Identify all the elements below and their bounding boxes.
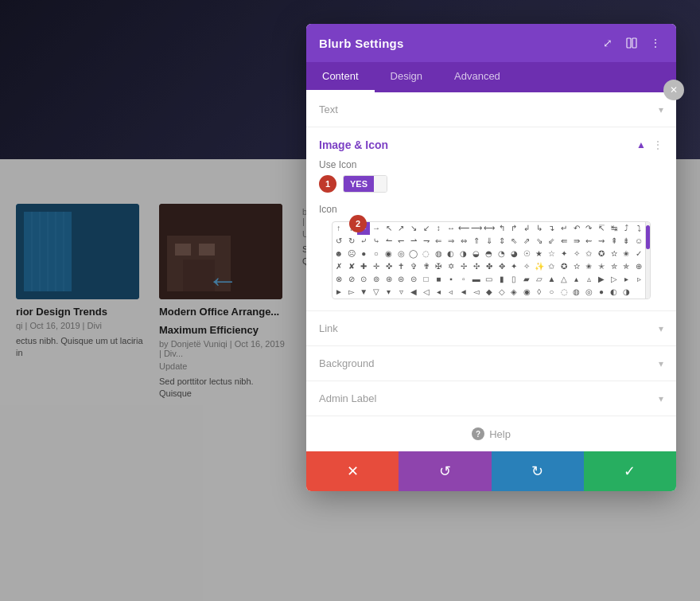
icon-cell-59[interactable]: ◐: [445, 248, 457, 260]
icon-cell-8[interactable]: ↕: [432, 222, 445, 235]
icon-cell-112[interactable]: ▭: [483, 273, 496, 286]
icon-cell-91[interactable]: ✨: [533, 260, 546, 273]
icon-cell-26[interactable]: ↻: [345, 235, 358, 248]
toggle-yes[interactable]: YES: [344, 176, 374, 192]
icon-cell-13[interactable]: ↰: [496, 222, 508, 235]
icon-scrollbar[interactable]: [645, 222, 650, 299]
icon-cell-33[interactable]: ⇐: [432, 235, 445, 248]
icon-cell-45[interactable]: ⇜: [583, 235, 596, 248]
icon-cell-62[interactable]: ◓: [483, 248, 496, 260]
icon-cell-99[interactable]: ⊕: [632, 260, 645, 273]
icon-cell-10[interactable]: ⟵: [457, 222, 470, 235]
tab-content[interactable]: Content: [306, 62, 375, 92]
icon-cell-146[interactable]: ●: [595, 286, 608, 299]
icon-cell-47[interactable]: ⇞: [608, 235, 620, 248]
icon-cell-95[interactable]: ✬: [583, 260, 596, 273]
tab-advanced[interactable]: Advanced: [438, 62, 516, 92]
icon-cell-5[interactable]: ↗: [395, 222, 407, 235]
icon-cell-58[interactable]: ◍: [432, 248, 445, 260]
icon-cell-122[interactable]: ▷: [608, 273, 620, 286]
icon-cell-73[interactable]: ✬: [620, 248, 633, 260]
icon-cell-66[interactable]: ★: [533, 248, 546, 260]
icon-cell-12[interactable]: ⟷: [483, 222, 496, 235]
icon-cell-137[interactable]: ◆: [483, 286, 496, 299]
icon-cell-89[interactable]: ✦: [508, 260, 520, 273]
icon-cell-68[interactable]: ✦: [558, 248, 570, 260]
icon-cell-106[interactable]: ⊝: [407, 273, 420, 286]
icon-cell-63[interactable]: ◔: [496, 248, 508, 260]
icon-cell-50[interactable]: ☻: [332, 248, 345, 260]
icon-cell-4[interactable]: ↖: [383, 222, 395, 235]
undo-button[interactable]: ↺: [399, 451, 491, 491]
icon-cell-77[interactable]: ✚: [357, 260, 370, 273]
icon-cell-82[interactable]: ✟: [420, 260, 433, 273]
icon-cell-148[interactable]: ◑: [620, 286, 633, 299]
icon-cell-85[interactable]: ✢: [457, 260, 470, 273]
icon-cell-28[interactable]: ⤷: [370, 235, 383, 248]
background-section-row[interactable]: Background ▾: [306, 346, 676, 381]
icon-cell-78[interactable]: ✛: [370, 260, 383, 273]
icon-cell-132[interactable]: ◁: [420, 286, 433, 299]
icon-cell-102[interactable]: ⊙: [357, 273, 370, 286]
icon-cell-46[interactable]: ⇝: [595, 235, 608, 248]
icon-cell-42[interactable]: ⇙: [546, 235, 558, 248]
icon-cell-116[interactable]: ▱: [533, 273, 546, 286]
icon-cell-48[interactable]: ⇟: [620, 235, 633, 248]
icon-cell-136[interactable]: ◅: [470, 286, 483, 299]
icon-cell-139[interactable]: ◈: [508, 286, 520, 299]
icon-cell-128[interactable]: ▽: [370, 286, 383, 299]
icon-cell-29[interactable]: ↼: [383, 235, 395, 248]
icon-cell-100[interactable]: ⊗: [332, 273, 345, 286]
icon-cell-123[interactable]: ▸: [620, 273, 633, 286]
icon-cell-108[interactable]: ■: [432, 273, 445, 286]
icon-cell-115[interactable]: ▰: [520, 273, 533, 286]
icon-cell-6[interactable]: ↘: [407, 222, 420, 235]
icon-cell-3[interactable]: →: [370, 222, 383, 235]
icon-cell-20[interactable]: ↷: [583, 222, 596, 235]
cancel-button[interactable]: ✕: [306, 451, 399, 491]
icon-cell-98[interactable]: ✯: [620, 260, 633, 273]
collapse-icon[interactable]: ▲: [636, 139, 646, 150]
icon-cell-37[interactable]: ⇓: [483, 235, 496, 248]
icon-cell-40[interactable]: ⇗: [520, 235, 533, 248]
icon-cell-84[interactable]: ✡: [445, 260, 457, 273]
icon-cell-134[interactable]: ◃: [445, 286, 457, 299]
icon-cell-121[interactable]: ▶: [595, 273, 608, 286]
icon-cell-51[interactable]: ☹: [345, 248, 358, 260]
icon-cell-25[interactable]: ↺: [332, 235, 345, 248]
icon-cell-141[interactable]: ◊: [533, 286, 546, 299]
icon-cell-107[interactable]: □: [420, 273, 433, 286]
icon-cell-120[interactable]: ▵: [583, 273, 596, 286]
icon-cell-27[interactable]: ⤶: [357, 235, 370, 248]
icon-cell-114[interactable]: ▯: [508, 273, 520, 286]
icon-cell-117[interactable]: ▲: [546, 273, 558, 286]
icon-cell-23[interactable]: ⤴: [620, 222, 633, 235]
icon-cell-11[interactable]: ⟶: [470, 222, 483, 235]
icon-cell-110[interactable]: ▫: [457, 273, 470, 286]
icon-cell-38[interactable]: ⇕: [496, 235, 508, 248]
icon-cell-49[interactable]: ☺: [632, 235, 645, 248]
icon-cell-72[interactable]: ✫: [608, 248, 620, 260]
image-icon-more-icon[interactable]: ⋮: [652, 139, 663, 151]
icon-cell-143[interactable]: ◌: [558, 286, 570, 299]
icon-cell-88[interactable]: ✥: [496, 260, 508, 273]
use-icon-toggle[interactable]: YES: [343, 175, 387, 193]
icon-cell-24[interactable]: ⤵: [632, 222, 645, 235]
icon-cell-54[interactable]: ◉: [383, 248, 395, 260]
icon-cell-60[interactable]: ◑: [457, 248, 470, 260]
icon-cell-36[interactable]: ⇑: [470, 235, 483, 248]
icon-cell-43[interactable]: ⇚: [558, 235, 570, 248]
icon-cell-94[interactable]: ✫: [570, 260, 583, 273]
link-section-row[interactable]: Link ▾: [306, 311, 676, 346]
icon-cell-111[interactable]: ▬: [470, 273, 483, 286]
icon-cell-96[interactable]: ✭: [595, 260, 608, 273]
icon-cell-135[interactable]: ◄: [457, 286, 470, 299]
icon-cell-90[interactable]: ✧: [520, 260, 533, 273]
admin-label-section-row[interactable]: Admin Label ▾: [306, 381, 676, 416]
icon-cell-16[interactable]: ↳: [533, 222, 546, 235]
columns-icon[interactable]: [624, 35, 640, 51]
icon-cell-71[interactable]: ✪: [595, 248, 608, 260]
icon-cell-104[interactable]: ⊛: [383, 273, 395, 286]
icon-cell-53[interactable]: ○: [370, 248, 383, 260]
icon-cell-69[interactable]: ✧: [570, 248, 583, 260]
